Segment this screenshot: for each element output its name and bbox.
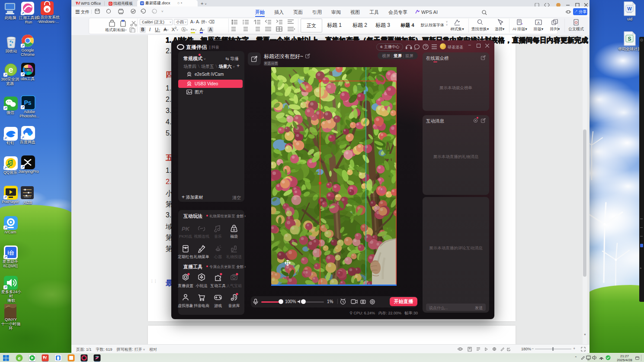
svg-text:e: e <box>45 6 48 13</box>
svg-text:A: A <box>537 21 540 25</box>
svg-text:PK: PK <box>182 226 190 232</box>
svg-text:e: e <box>8 65 13 74</box>
svg-text:S: S <box>628 36 631 42</box>
svg-text:W: W <box>627 6 632 11</box>
svg-text:OBS: OBS <box>25 68 31 71</box>
svg-text:AIZB-3: AIZB-3 <box>24 196 31 198</box>
svg-text:e: e <box>18 356 20 361</box>
svg-text:i台: i台 <box>7 250 14 256</box>
svg-text:Ps: Ps <box>24 99 31 106</box>
